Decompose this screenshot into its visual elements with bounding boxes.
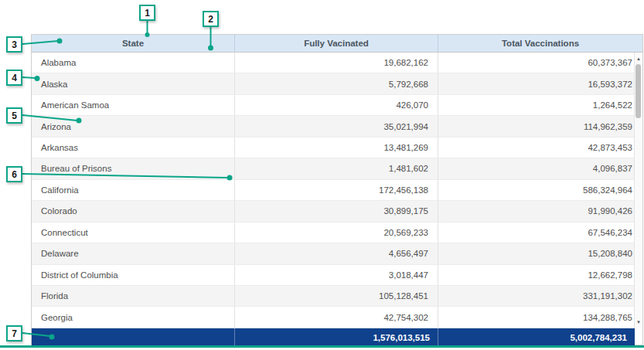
cell-fully-vacinated: 19,682,162 (234, 53, 438, 73)
cell-fully-vacinated: 42,754,302 (234, 307, 438, 327)
callout-5-label: 5 (12, 110, 17, 121)
cell-state: District of Columbia (32, 265, 234, 285)
callout-6-label: 6 (12, 169, 17, 180)
table-row[interactable]: Florida105,128,451331,191,302 (32, 286, 642, 307)
cell-fully-vacinated: 426,070 (234, 95, 438, 115)
table-row[interactable]: Alaska5,792,66816,593,372 (32, 73, 642, 94)
totals-total-vaccinations-cell: 5,002,784,231 (438, 328, 635, 346)
table-header-row: State Fully Vacinated Total Vaccinations (32, 35, 642, 53)
callout-4: 4 (6, 70, 22, 86)
cell-state: Georgia (32, 307, 234, 327)
cell-state: Alabama (32, 53, 234, 73)
cell-fully-vacinated: 172,456,138 (234, 180, 438, 200)
cell-total-vaccinations: 15,208,840 (438, 243, 642, 263)
cell-total-vaccinations: 67,546,234 (438, 223, 642, 243)
vertical-scrollbar[interactable]: ▲ ▼ (634, 53, 642, 328)
cell-total-vaccinations: 12,662,798 (438, 265, 642, 285)
column-header-fully-vacinated[interactable]: Fully Vacinated (234, 35, 438, 52)
cell-state: Colorado (32, 201, 234, 221)
table-row[interactable]: Bureau of Prisons1,481,6024,096,837 (32, 158, 642, 179)
cell-total-vaccinations: 134,288,765 (438, 307, 642, 327)
table-row[interactable]: Georgia42,754,302134,288,765 (32, 307, 642, 328)
cell-total-vaccinations: 4,096,837 (438, 158, 642, 178)
callout-3-label: 3 (12, 39, 17, 50)
totals-state-cell (32, 328, 234, 346)
callout-7: 7 (6, 325, 22, 342)
cell-state: Alaska (32, 73, 234, 93)
scroll-up-icon[interactable]: ▲ (635, 53, 642, 64)
callout-6: 6 (6, 166, 22, 182)
callout-4-label: 4 (12, 73, 17, 83)
cell-total-vaccinations: 1,264,522 (438, 95, 642, 115)
cell-state: American Samoa (32, 95, 234, 115)
cell-fully-vacinated: 5,792,668 (234, 73, 438, 93)
cell-total-vaccinations: 586,324,964 (438, 180, 642, 200)
callout-3: 3 (6, 36, 22, 53)
column-header-total-vaccinations[interactable]: Total Vaccinations (438, 35, 642, 52)
cell-total-vaccinations: 91,990,426 (438, 201, 642, 221)
cell-total-vaccinations: 331,191,302 (438, 286, 642, 306)
table-row[interactable]: California172,456,138586,324,964 (32, 180, 642, 201)
cell-state: Delaware (32, 243, 234, 263)
attribute-table: State Fully Vacinated Total Vaccinations… (31, 34, 643, 345)
callout-5: 5 (6, 107, 22, 124)
cell-total-vaccinations: 16,593,372 (438, 73, 642, 93)
totals-fully-vacinated-cell: 1,576,013,515 (234, 328, 438, 346)
callout-1-label: 1 (145, 8, 150, 19)
cell-state: Florida (32, 286, 234, 306)
table-body: Alabama19,682,16260,373,367Alaska5,792,6… (32, 53, 642, 328)
cell-fully-vacinated: 13,481,269 (234, 138, 438, 158)
cell-fully-vacinated: 20,569,233 (234, 223, 438, 243)
cell-fully-vacinated: 30,899,175 (234, 201, 438, 221)
cell-state: Bureau of Prisons (32, 158, 234, 178)
column-header-state[interactable]: State (32, 35, 234, 52)
table-row[interactable]: American Samoa426,0701,264,522 (32, 95, 642, 116)
table-row[interactable]: Delaware4,656,49715,208,840 (32, 243, 642, 264)
cell-fully-vacinated: 4,656,497 (234, 243, 438, 263)
table-row[interactable]: Connecticut20,569,23367,546,234 (32, 223, 642, 243)
cell-state: Arizona (32, 116, 234, 136)
cell-fully-vacinated: 105,128,451 (234, 286, 438, 306)
callout-7-label: 7 (12, 328, 17, 339)
callout-1: 1 (139, 5, 155, 21)
callout-2: 2 (203, 11, 219, 27)
cell-total-vaccinations: 42,873,453 (438, 138, 642, 158)
table-row[interactable]: Arkansas13,481,26942,873,453 (32, 138, 642, 158)
cell-total-vaccinations: 60,373,367 (438, 53, 642, 73)
cell-state: Arkansas (32, 138, 234, 158)
screenshot-canvas: State Fully Vacinated Total Vaccinations… (0, 0, 644, 350)
callout-2-label: 2 (208, 14, 213, 25)
table-row[interactable]: District of Columbia3,018,44712,662,798 (32, 265, 642, 286)
scroll-down-icon[interactable]: ▼ (635, 317, 642, 328)
table-totals-row: 1,576,013,515 5,002,784,231 (32, 328, 635, 346)
cell-state: California (32, 180, 234, 200)
cell-fully-vacinated: 1,481,602 (234, 158, 438, 178)
cell-fully-vacinated: 3,018,447 (234, 265, 438, 285)
cell-state: Connecticut (32, 223, 234, 243)
scrollbar-thumb[interactable] (635, 64, 641, 118)
cell-fully-vacinated: 35,021,994 (234, 116, 438, 136)
table-row[interactable]: Colorado30,899,17591,990,426 (32, 201, 642, 222)
table-row[interactable]: Arizona35,021,994114,962,359 (32, 116, 642, 137)
table-row[interactable]: Alabama19,682,16260,373,367 (32, 53, 642, 73)
cell-total-vaccinations: 114,962,359 (438, 116, 642, 136)
